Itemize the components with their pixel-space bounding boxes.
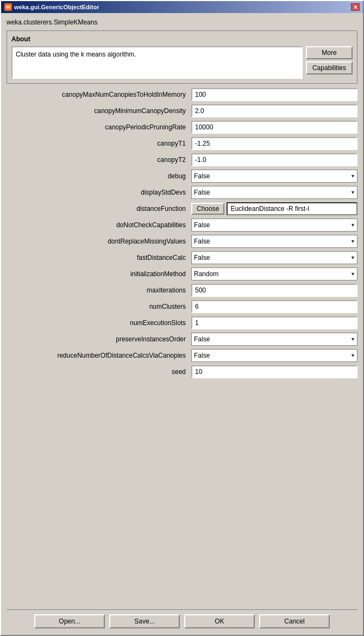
window-subtitle: weka.clusterers.SimpleKMeans	[7, 17, 357, 27]
about-label: About	[11, 35, 353, 43]
param-label-displayStdDevs: displayStdDevs	[7, 189, 191, 196]
param-value-doNotCheck: False True	[191, 219, 357, 232]
param-label-distanceFunction: distanceFunction	[7, 205, 191, 213]
doNotCheck-select-wrapper: False True	[191, 219, 357, 232]
param-label-seed: seed	[7, 368, 191, 376]
preserveInstances-select[interactable]: False True	[191, 333, 357, 346]
param-label-reduceDistCalcs: reduceNumberOfDistanceCalcsViaCanopies	[7, 352, 191, 359]
maxIterations-input[interactable]	[191, 284, 357, 297]
param-row: numClusters	[7, 299, 357, 314]
canopyMaxNum-input[interactable]	[191, 88, 357, 101]
param-value-distanceFunction: Choose EuclideanDistance -R first-l	[191, 202, 357, 215]
title-bar-left: W weka.gui.GenericObjectEditor	[4, 3, 99, 11]
param-value-displayStdDevs: False True	[191, 186, 357, 199]
param-label-numClusters: numClusters	[7, 303, 191, 310]
distance-row: Choose EuclideanDistance -R first-l	[191, 202, 357, 215]
capabilities-button[interactable]: Capabilities	[306, 61, 353, 74]
distance-value: EuclideanDistance -R first-l	[227, 202, 357, 215]
seed-input[interactable]	[191, 365, 357, 378]
param-row: numExecutionSlots	[7, 315, 357, 331]
param-value-debug: False True	[191, 170, 357, 183]
doNotCheck-select[interactable]: False True	[191, 219, 357, 232]
debug-select[interactable]: False True	[191, 170, 357, 183]
param-value-reduceDistCalcs: False True	[191, 349, 357, 362]
param-value-canopyT1	[191, 137, 357, 150]
title-bar: W weka.gui.GenericObjectEditor ✕	[1, 1, 363, 13]
param-label-fastDistanceCalc: fastDistanceCalc	[7, 254, 191, 261]
params-section: canopyMaxNumCanopiesToHoldInMemory canop…	[7, 87, 357, 604]
main-window: W weka.gui.GenericObjectEditor ✕ weka.cl…	[0, 0, 364, 636]
param-row: displayStdDevs False True	[7, 185, 357, 200]
window-body: weka.clusterers.SimpleKMeans About Clust…	[1, 13, 363, 635]
param-label-initMethod: initializationMethod	[7, 270, 191, 278]
numExecSlots-input[interactable]	[191, 316, 357, 329]
numClusters-input[interactable]	[191, 300, 357, 313]
param-value-seed	[191, 365, 357, 378]
param-label-numExecSlots: numExecutionSlots	[7, 319, 191, 327]
canopyT1-input[interactable]	[191, 137, 357, 150]
param-value-dontReplace: False True	[191, 235, 357, 248]
close-button[interactable]: ✕	[351, 3, 360, 11]
param-row: reduceNumberOfDistanceCalcsViaCanopies F…	[7, 348, 357, 363]
preserveInstances-select-wrapper: False True	[191, 333, 357, 346]
canopyT2-input[interactable]	[191, 153, 357, 166]
more-button[interactable]: More	[306, 46, 353, 59]
open-button[interactable]: Open...	[34, 614, 105, 628]
dontReplace-select[interactable]: False True	[191, 235, 357, 248]
param-row: doNotCheckCapabilities False True	[7, 217, 357, 233]
displayStdDevs-select[interactable]: False True	[191, 186, 357, 199]
param-label-dontReplace: dontReplaceMissingValues	[7, 238, 191, 245]
fastDistanceCalc-select[interactable]: False True	[191, 251, 357, 264]
param-row-distanceFunction: distanceFunction Choose EuclideanDistanc…	[7, 201, 357, 216]
about-section: About Cluster data using the k means alg…	[7, 30, 357, 84]
canopyPeriodic-input[interactable]	[191, 121, 357, 134]
reduceDistCalcs-select-wrapper: False True	[191, 349, 357, 362]
initMethod-select[interactable]: Random k-means++ Canopy Farthest First	[191, 267, 357, 280]
param-value-preserveInstances: False True	[191, 333, 357, 346]
about-buttons: More Capabilities	[306, 46, 353, 74]
param-value-numClusters	[191, 300, 357, 313]
param-row: initializationMethod Random k-means++ Ca…	[7, 266, 357, 282]
param-row: canopyT1	[7, 136, 357, 151]
param-label-debug: debug	[7, 172, 191, 180]
param-label-preserveInstances: preserveInstancesOrder	[7, 335, 191, 343]
reduceDistCalcs-select[interactable]: False True	[191, 349, 357, 362]
param-row: canopyMaxNumCanopiesToHoldInMemory	[7, 87, 357, 102]
ok-button[interactable]: OK	[184, 614, 255, 628]
param-label-canopyT1: canopyT1	[7, 140, 191, 147]
save-button[interactable]: Save...	[109, 614, 180, 628]
param-row: preserveInstancesOrder False True	[7, 332, 357, 347]
param-row: canopyPeriodicPruningRate	[7, 120, 357, 135]
debug-select-wrapper: False True	[191, 170, 357, 183]
param-value-canopyT2	[191, 153, 357, 166]
choose-button[interactable]: Choose	[191, 203, 224, 215]
canopyMinDensity-input[interactable]	[191, 104, 357, 117]
param-value-numExecSlots	[191, 316, 357, 329]
footer-buttons: Open... Save... OK Cancel	[7, 609, 357, 631]
param-row: canopyMinimumCanopyDensity	[7, 103, 357, 119]
fastDistanceCalc-select-wrapper: False True	[191, 251, 357, 264]
app-icon: W	[4, 3, 12, 11]
param-label-canopyMaxNum: canopyMaxNumCanopiesToHoldInMemory	[7, 91, 191, 98]
displayStdDevs-select-wrapper: False True	[191, 186, 357, 199]
param-label-canopyT2: canopyT2	[7, 156, 191, 164]
param-label-doNotCheck: doNotCheckCapabilities	[7, 221, 191, 229]
param-label-canopyMinDensity: canopyMinimumCanopyDensity	[7, 107, 191, 115]
param-value-canopyPeriodic	[191, 121, 357, 134]
param-value-maxIterations	[191, 284, 357, 297]
param-row: dontReplaceMissingValues False True	[7, 234, 357, 249]
param-value-fastDistanceCalc: False True	[191, 251, 357, 264]
dontReplace-select-wrapper: False True	[191, 235, 357, 248]
cancel-button[interactable]: Cancel	[259, 614, 330, 628]
about-description: Cluster data using the k means algorithm…	[11, 46, 303, 79]
param-value-canopyMinDensity	[191, 104, 357, 117]
param-row: debug False True	[7, 169, 357, 184]
param-label-maxIterations: maxIterations	[7, 286, 191, 294]
param-row: maxIterations	[7, 283, 357, 298]
param-row: canopyT2	[7, 152, 357, 167]
param-value-initMethod: Random k-means++ Canopy Farthest First	[191, 267, 357, 280]
param-row: fastDistanceCalc False True	[7, 250, 357, 265]
window-title: weka.gui.GenericObjectEditor	[14, 4, 99, 10]
param-value-canopyMaxNum	[191, 88, 357, 101]
initMethod-select-wrapper: Random k-means++ Canopy Farthest First	[191, 267, 357, 280]
